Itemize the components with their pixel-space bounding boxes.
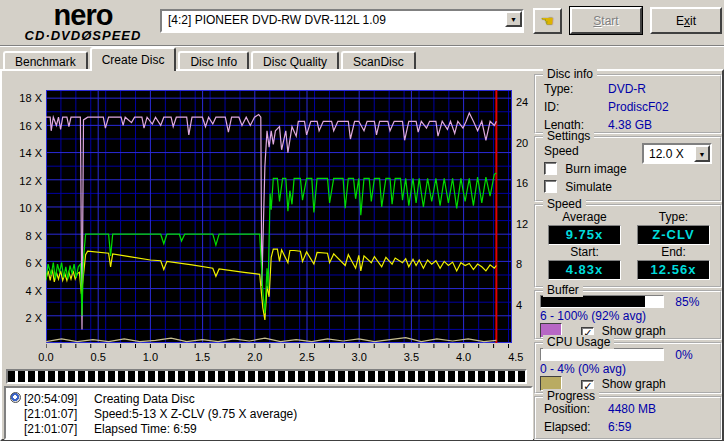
log-time: [21:01:07] bbox=[24, 407, 86, 421]
create-disc-panel: [20:54:09]Creating Data Disc[21:01:07]Sp… bbox=[0, 69, 724, 441]
speed-cell-value: 9.75x bbox=[548, 225, 621, 245]
progress-label: Position: bbox=[544, 401, 608, 417]
buffer-title: Buffer bbox=[543, 283, 583, 297]
speed-select-value: 12.0 X bbox=[644, 145, 694, 162]
chevron-down-icon[interactable]: ▼ bbox=[694, 145, 710, 162]
progress-value: 6:59 bbox=[608, 420, 631, 434]
disc-icon bbox=[10, 392, 24, 406]
speed-cell: Start:4.83x bbox=[548, 245, 621, 280]
cpu-range: 0 - 4% (0% avg) bbox=[536, 362, 720, 376]
right-axis-tick: 24 bbox=[516, 96, 528, 108]
x-axis-tick: 1.0 bbox=[133, 351, 167, 363]
chevron-down-icon[interactable]: ▼ bbox=[505, 11, 522, 27]
progress-label: Elapsed: bbox=[544, 419, 608, 435]
speed-label: Speed bbox=[544, 144, 579, 158]
logo-product-text: CD·DVDØSPEED bbox=[8, 29, 158, 42]
x-axis-tick: 3.5 bbox=[394, 351, 428, 363]
hand-icon: ☚ bbox=[541, 12, 554, 30]
speed-cell: Type:Z-CLV bbox=[637, 210, 710, 245]
disc-info-label: Type: bbox=[544, 81, 608, 97]
disc-info-value: 4.38 GB bbox=[608, 118, 652, 132]
settings-option: Simulate bbox=[536, 178, 720, 196]
left-axis-tick: 14 X bbox=[4, 147, 42, 159]
cpu-meter bbox=[540, 348, 664, 361]
right-axis-tick: 8 bbox=[516, 258, 522, 270]
cpu-usage-group: CPU Usage 0% 0 - 4% (0% avg) ✓ Show grap… bbox=[534, 342, 722, 394]
speed-cell-value: 4.83x bbox=[548, 260, 621, 280]
left-axis-tick: 2 X bbox=[4, 312, 42, 324]
write-progress-bar bbox=[6, 369, 527, 384]
speed-cell-label: Average bbox=[548, 210, 621, 225]
disc-info-label: ID: bbox=[544, 99, 608, 115]
speed-cell-value: Z-CLV bbox=[637, 225, 710, 245]
disc-info-title: Disc info bbox=[543, 67, 597, 81]
x-axis-tick: 2.0 bbox=[238, 351, 272, 363]
tab-create-disc[interactable]: Create Disc bbox=[90, 47, 177, 71]
speed-cell: Average9.75x bbox=[548, 210, 621, 245]
hand-tool-button[interactable]: ☚ bbox=[533, 8, 562, 34]
settings-group: Settings Speed 12.0 X ▼ Burn image Simul… bbox=[534, 136, 722, 202]
drive-select[interactable]: [4:2] PIONEER DVD-RW DVR-112L 1.09 ▼ bbox=[160, 9, 524, 33]
logo-brand-text: nero bbox=[8, 1, 158, 29]
cpu-show-graph-label: Show graph bbox=[602, 377, 666, 391]
buffer-group: Buffer 85% 6 - 100% (92% avg) ✓ Show gra… bbox=[534, 290, 722, 340]
right-axis-tick: 4 bbox=[516, 299, 522, 311]
checkbox-label: Burn image bbox=[562, 162, 627, 176]
progress-title: Progress bbox=[543, 389, 599, 403]
log-line: [20:54:09]Creating Data Disc bbox=[10, 391, 527, 406]
speed-select[interactable]: 12.0 X ▼ bbox=[642, 143, 712, 164]
left-axis-tick: 8 X bbox=[4, 230, 42, 242]
log-time: [20:54:09] bbox=[24, 392, 86, 406]
speed-plot bbox=[46, 90, 512, 353]
tab-disc-info[interactable]: Disc Info bbox=[178, 51, 249, 70]
left-axis-tick: 10 X bbox=[4, 202, 42, 214]
disc-info-value: DVD-R bbox=[608, 82, 646, 96]
tab-disc-quality[interactable]: Disc Quality bbox=[251, 51, 339, 70]
cpu-percent: 0% bbox=[675, 348, 692, 362]
progress-value: 4480 MB bbox=[608, 402, 656, 416]
x-axis-tick: 4.5 bbox=[499, 351, 533, 363]
tab-scandisc[interactable]: ScanDisc bbox=[341, 51, 416, 70]
buffer-range: 6 - 100% (92% avg) bbox=[536, 309, 720, 323]
x-axis-tick: 1.5 bbox=[186, 351, 220, 363]
left-axis-tick: 6 X bbox=[4, 257, 42, 269]
burn-image-checkbox[interactable] bbox=[544, 162, 557, 175]
log-time: [21:01:07] bbox=[24, 422, 86, 436]
nero-logo: nero CD·DVDØSPEED bbox=[8, 1, 158, 42]
x-axis-tick: 0.5 bbox=[81, 351, 115, 363]
disc-icon: Ø bbox=[81, 28, 92, 43]
left-axis-tick: 16 X bbox=[4, 120, 42, 132]
log-text: Speed:5-13 X Z-CLV (9.75 X average) bbox=[94, 407, 297, 421]
disc-icon bbox=[10, 392, 21, 403]
progress-group: Progress Position:4480 MBElapsed:6:59 bbox=[534, 396, 722, 440]
right-axis-tick: 20 bbox=[516, 137, 528, 149]
exit-button[interactable]: Exit bbox=[650, 7, 722, 34]
left-axis-tick: 12 X bbox=[4, 175, 42, 187]
disc-info-row: Type:DVD-R bbox=[536, 80, 720, 98]
left-axis-tick: 18 X bbox=[4, 92, 42, 104]
right-axis-tick: 16 bbox=[516, 177, 528, 189]
top-toolbar: nero CD·DVDØSPEED [4:2] PIONEER DVD-RW D… bbox=[0, 0, 724, 46]
cpu-usage-title: CPU Usage bbox=[543, 335, 614, 349]
disc-info-row: ID:ProdiscF02 bbox=[536, 98, 720, 116]
x-axis-tick: 3.0 bbox=[342, 351, 376, 363]
x-axis-tick: 4.0 bbox=[447, 351, 481, 363]
speed-cell-label: Type: bbox=[637, 210, 710, 225]
settings-title: Settings bbox=[543, 129, 594, 143]
speed-cell-value: 12.56x bbox=[637, 260, 710, 280]
speed-cell: End:12.56x bbox=[637, 245, 710, 280]
speed-cell-label: Start: bbox=[548, 245, 621, 260]
log-line: [21:01:07]Speed:5-13 X Z-CLV (9.75 X ave… bbox=[10, 406, 527, 421]
status-log[interactable]: [20:54:09]Creating Data Disc[21:01:07]Sp… bbox=[4, 386, 533, 440]
disc-info-value: ProdiscF02 bbox=[608, 100, 669, 114]
x-axis-tick: 2.5 bbox=[290, 351, 324, 363]
start-button[interactable]: Start bbox=[570, 7, 642, 34]
log-line: [21:01:07]Elapsed Time: 6:59 bbox=[10, 421, 527, 436]
log-text: Elapsed Time: 6:59 bbox=[94, 422, 197, 436]
buffer-percent: 85% bbox=[675, 295, 699, 309]
progress-row: Elapsed:6:59 bbox=[536, 418, 720, 436]
left-axis-tick: 4 X bbox=[4, 285, 42, 297]
buffer-meter-fill bbox=[541, 296, 645, 307]
simulate-checkbox[interactable] bbox=[544, 180, 557, 193]
tab-benchmark[interactable]: Benchmark bbox=[3, 51, 88, 70]
